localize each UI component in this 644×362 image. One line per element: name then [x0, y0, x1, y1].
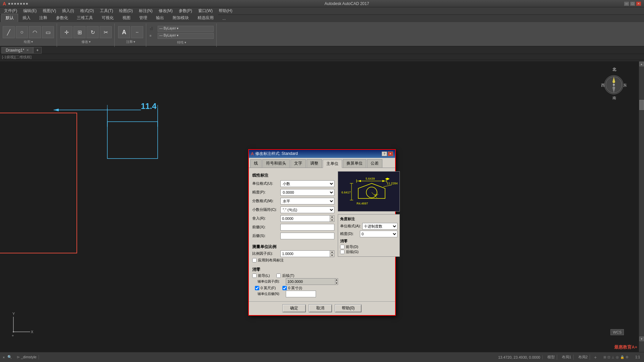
- ribbon-tab-featured[interactable]: 精选应用: [193, 14, 218, 22]
- angle-precision-select[interactable]: 0: [360, 231, 397, 237]
- scale-factor-row: 比例因子(E): ▲ ▼: [252, 250, 334, 257]
- linetype-dropdown[interactable]: — ByLayer ▾: [158, 33, 214, 39]
- ribbon-tab-more[interactable]: ...: [218, 15, 230, 22]
- ribbon-btn-dim[interactable]: ↔: [131, 26, 143, 38]
- ribbon-btn-move[interactable]: ✛: [60, 26, 72, 38]
- ribbon-btn-arc[interactable]: ◠: [29, 26, 41, 38]
- trailing-check[interactable]: [276, 274, 281, 278]
- menu-modify[interactable]: 修改(M): [156, 7, 175, 14]
- ribbon-btn-rotate[interactable]: ↻: [87, 26, 99, 38]
- menu-insert[interactable]: 插入(I): [59, 7, 76, 14]
- right-scrollbar[interactable]: ▲ ▼: [639, 61, 644, 352]
- layout1-tab[interactable]: 布局1: [560, 355, 574, 360]
- dialog-tab-primary[interactable]: 主单位: [323, 160, 342, 168]
- decimal-sep-select[interactable]: "." (句点): [280, 206, 334, 213]
- menu-tools[interactable]: 工具(T): [97, 7, 116, 14]
- dialog-tab-symbol[interactable]: 符号和箭头: [262, 159, 290, 168]
- dialog-help-btn[interactable]: ?: [382, 152, 387, 156]
- close-btn[interactable]: ✕: [636, 1, 641, 6]
- menu-dim[interactable]: 标注(N): [136, 7, 155, 14]
- menu-edit[interactable]: 编辑(E): [20, 7, 39, 14]
- layer-dropdown[interactable]: — ByLayer ▾: [158, 26, 214, 32]
- fraction-format-select[interactable]: 水平: [280, 198, 334, 204]
- dialog[interactable]: A 修改标注样式: Standard ? ✕ 线 符号和箭头 文字 调整 主单位…: [248, 149, 396, 316]
- prefix-input[interactable]: [280, 224, 334, 231]
- menu-window[interactable]: 窗口(W): [196, 7, 215, 14]
- ok-button[interactable]: 确定: [282, 304, 306, 312]
- canvas-area[interactable]: 11.4 Y X + 北 西 东 南 WCS A: [0, 61, 644, 352]
- zero-suppress-checks: 前导(L) 后续(T): [252, 273, 334, 278]
- ribbon-btn-line[interactable]: ╱: [3, 26, 15, 38]
- ribbon-tab-default[interactable]: 默认: [1, 14, 18, 22]
- menu-help[interactable]: 帮助(H): [216, 7, 235, 14]
- menu-param[interactable]: 参数(P): [176, 7, 195, 14]
- scale-spin-down[interactable]: ▼: [330, 254, 334, 257]
- add-layout-btn[interactable]: +: [593, 355, 598, 360]
- ribbon-tab-insert[interactable]: 插入: [18, 14, 35, 22]
- menu-format[interactable]: 格式(O): [77, 7, 97, 14]
- precision-select[interactable]: 0.0000: [280, 189, 334, 196]
- angle-leading-check[interactable]: [340, 245, 344, 249]
- sub-unit-factor-spin-up[interactable]: ▲: [335, 279, 338, 282]
- round-spin-up[interactable]: ▲: [330, 216, 334, 219]
- ribbon-group-props: ⬛ — ByLayer ▾ ≡ — ByLayer ▾ 特性 ▾: [150, 23, 217, 47]
- quick-access[interactable]: ■ ■ ■ ■ ■ ■ ■: [8, 2, 28, 5]
- scale-spin-up[interactable]: ▲: [330, 251, 334, 254]
- menu-file[interactable]: 文件(F): [1, 7, 20, 14]
- snap-icon[interactable]: ⊡: [607, 355, 610, 359]
- sub-unit-factor-input[interactable]: [286, 278, 335, 285]
- scroll-down-btn[interactable]: ▼: [639, 337, 644, 341]
- settings-icon[interactable]: ⚙: [626, 355, 629, 359]
- dialog-tab-tolerance[interactable]: 公差: [367, 159, 382, 168]
- dialog-tab-line[interactable]: 线: [250, 159, 262, 168]
- drawing-tab-new[interactable]: +: [33, 47, 42, 54]
- round-input[interactable]: [280, 215, 330, 222]
- feet-check[interactable]: [255, 286, 259, 290]
- angle-trailing-check[interactable]: [340, 250, 344, 254]
- sub-unit-factor-spin-down[interactable]: ▼: [335, 282, 338, 285]
- sub-unit-suffix-input[interactable]: [286, 291, 316, 297]
- scroll-thumb[interactable]: [639, 100, 644, 110]
- menu-view[interactable]: 视图(V): [40, 7, 59, 14]
- ribbon-tab-addons[interactable]: 附加模块: [168, 14, 193, 22]
- status-icons: ⊞ ⊡ ⊥ ◎ 🔒 ⚙: [601, 355, 631, 359]
- ortho-icon[interactable]: ⊥: [611, 355, 614, 359]
- inches-check[interactable]: [282, 286, 287, 290]
- layout2-tab[interactable]: 布局2: [576, 355, 590, 360]
- scale-factor-input[interactable]: [280, 250, 330, 257]
- ribbon-tab-3d[interactable]: 三维工具: [72, 14, 97, 22]
- ribbon-tab-annotate[interactable]: 注释: [35, 14, 52, 22]
- ribbon-btn-rect[interactable]: ▭: [42, 26, 54, 38]
- dialog-close-btn[interactable]: ✕: [388, 152, 393, 156]
- lock-icon[interactable]: 🔒: [620, 355, 624, 359]
- drawing-tab-close[interactable]: ✕: [26, 48, 29, 52]
- model-tab[interactable]: 模型: [545, 355, 557, 360]
- round-spin-down[interactable]: ▼: [330, 219, 334, 222]
- ribbon-tab-manage[interactable]: 管理: [135, 14, 152, 22]
- dialog-tab-adjust[interactable]: 调整: [307, 159, 322, 168]
- dialog-tab-alt[interactable]: 换算单位: [343, 159, 366, 168]
- dialog-tab-text[interactable]: 文字: [290, 159, 306, 168]
- suffix-input[interactable]: [280, 233, 334, 239]
- ribbon-tab-output[interactable]: 输出: [152, 14, 168, 22]
- drawing-tab-1[interactable]: Drawing1* ✕: [1, 47, 33, 54]
- minimize-btn[interactable]: ─: [624, 1, 629, 6]
- polar-icon[interactable]: ◎: [616, 355, 619, 359]
- ribbon-tab-view[interactable]: 视图: [118, 14, 135, 22]
- ribbon-tab-param[interactable]: 参数化: [52, 14, 72, 22]
- menu-draw[interactable]: 绘图(D): [116, 7, 136, 14]
- ribbon-tab-visual[interactable]: 可视化: [97, 14, 118, 22]
- ribbon-btn-copy[interactable]: ⊞: [73, 26, 86, 38]
- ribbon-btn-circle[interactable]: ○: [16, 26, 28, 38]
- maximize-btn[interactable]: □: [630, 1, 635, 6]
- help-button[interactable]: 帮助(0): [335, 304, 362, 312]
- scroll-up-btn[interactable]: ▲: [639, 62, 644, 66]
- cancel-button[interactable]: 取消: [309, 304, 332, 312]
- unit-format-select[interactable]: 小数: [280, 180, 334, 187]
- leading-check[interactable]: [252, 274, 257, 278]
- apply-layout-check[interactable]: [252, 258, 257, 262]
- grid-icon[interactable]: ⊞: [603, 355, 606, 359]
- ribbon-btn-trim[interactable]: ✂: [100, 26, 112, 38]
- angle-unit-format-select[interactable]: 十进制度数: [362, 223, 397, 230]
- ribbon-btn-text[interactable]: A: [118, 26, 130, 38]
